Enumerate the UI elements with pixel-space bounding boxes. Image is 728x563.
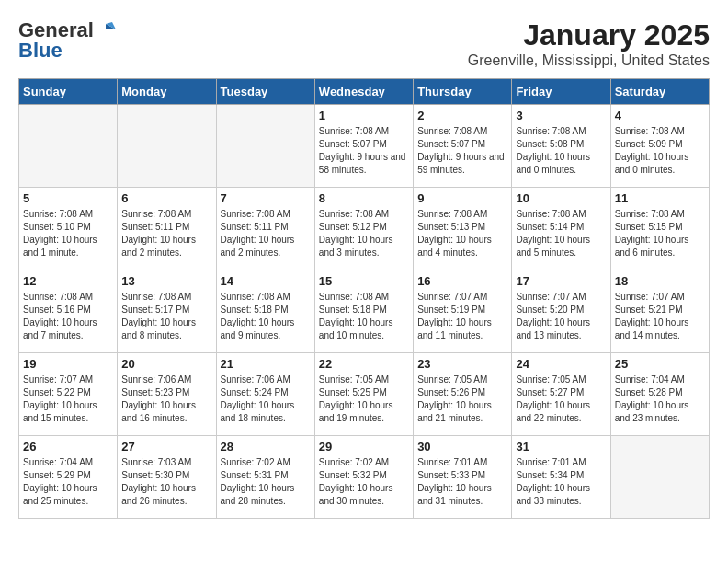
day-info: Sunrise: 7:08 AMSunset: 5:11 PMDaylight:… — [221, 208, 311, 259]
day-info: Sunrise: 7:08 AMSunset: 5:11 PMDaylight:… — [121, 208, 211, 259]
day-number: 23 — [417, 357, 507, 371]
day-number: 8 — [319, 191, 409, 205]
day-info: Sunrise: 7:08 AMSunset: 5:09 PMDaylight:… — [615, 125, 705, 177]
calendar-cell: 5Sunrise: 7:08 AMSunset: 5:10 PMDaylight… — [19, 188, 118, 270]
day-info: Sunrise: 7:05 AMSunset: 5:27 PMDaylight:… — [516, 373, 606, 425]
day-info: Sunrise: 7:01 AMSunset: 5:33 PMDaylight:… — [417, 456, 507, 508]
day-number: 28 — [221, 440, 311, 454]
col-wednesday: Wednesday — [314, 79, 413, 105]
day-number: 3 — [516, 109, 606, 122]
calendar-cell: 29Sunrise: 7:02 AMSunset: 5:32 PMDayligh… — [314, 436, 413, 519]
calendar-week-row: 26Sunrise: 7:04 AMSunset: 5:29 PMDayligh… — [19, 436, 710, 519]
calendar-cell — [216, 105, 314, 188]
day-info: Sunrise: 7:06 AMSunset: 5:23 PMDaylight:… — [121, 373, 211, 425]
day-info: Sunrise: 7:03 AMSunset: 5:30 PMDaylight:… — [121, 456, 211, 508]
day-info: Sunrise: 7:08 AMSunset: 5:10 PMDaylight:… — [23, 208, 113, 259]
day-info: Sunrise: 7:08 AMSunset: 5:18 PMDaylight:… — [319, 291, 409, 342]
day-info: Sunrise: 7:01 AMSunset: 5:34 PMDaylight:… — [516, 456, 606, 508]
calendar-cell: 16Sunrise: 7:07 AMSunset: 5:19 PMDayligh… — [414, 270, 512, 353]
calendar-cell: 27Sunrise: 7:03 AMSunset: 5:30 PMDayligh… — [118, 436, 216, 519]
day-number: 21 — [221, 357, 311, 371]
calendar-cell — [610, 436, 709, 519]
day-number: 25 — [615, 357, 705, 371]
calendar-cell: 31Sunrise: 7:01 AMSunset: 5:34 PMDayligh… — [512, 436, 610, 519]
day-number: 27 — [121, 440, 211, 454]
calendar-cell: 21Sunrise: 7:06 AMSunset: 5:24 PMDayligh… — [216, 353, 314, 436]
day-info: Sunrise: 7:07 AMSunset: 5:20 PMDaylight:… — [516, 291, 606, 342]
calendar-cell: 18Sunrise: 7:07 AMSunset: 5:21 PMDayligh… — [610, 270, 709, 353]
calendar-cell: 14Sunrise: 7:08 AMSunset: 5:18 PMDayligh… — [216, 270, 314, 353]
day-info: Sunrise: 7:06 AMSunset: 5:24 PMDaylight:… — [221, 373, 311, 425]
day-number: 15 — [319, 274, 409, 288]
calendar-week-row: 12Sunrise: 7:08 AMSunset: 5:16 PMDayligh… — [19, 270, 710, 353]
day-info: Sunrise: 7:08 AMSunset: 5:07 PMDaylight:… — [319, 125, 409, 177]
day-info: Sunrise: 7:08 AMSunset: 5:08 PMDaylight:… — [516, 125, 606, 177]
calendar-cell: 19Sunrise: 7:07 AMSunset: 5:22 PMDayligh… — [19, 353, 118, 436]
day-number: 5 — [23, 191, 113, 205]
day-number: 6 — [121, 191, 211, 205]
calendar-cell: 4Sunrise: 7:08 AMSunset: 5:09 PMDaylight… — [610, 105, 709, 188]
calendar-cell: 28Sunrise: 7:02 AMSunset: 5:31 PMDayligh… — [216, 436, 314, 519]
col-tuesday: Tuesday — [216, 79, 314, 105]
day-number: 4 — [615, 109, 705, 122]
day-info: Sunrise: 7:08 AMSunset: 5:12 PMDaylight:… — [319, 208, 409, 259]
day-number: 22 — [319, 357, 409, 371]
logo: General Blue — [18, 18, 116, 63]
calendar-cell: 25Sunrise: 7:04 AMSunset: 5:28 PMDayligh… — [610, 353, 709, 436]
calendar-cell: 10Sunrise: 7:08 AMSunset: 5:14 PMDayligh… — [512, 188, 610, 270]
day-number: 1 — [319, 109, 409, 122]
day-number: 9 — [417, 191, 507, 205]
day-info: Sunrise: 7:07 AMSunset: 5:19 PMDaylight:… — [417, 291, 507, 342]
calendar-cell: 6Sunrise: 7:08 AMSunset: 5:11 PMDaylight… — [118, 188, 216, 270]
days-of-week-row: Sunday Monday Tuesday Wednesday Thursday… — [19, 79, 710, 105]
day-number: 2 — [417, 109, 507, 122]
day-number: 20 — [121, 357, 211, 371]
day-info: Sunrise: 7:07 AMSunset: 5:22 PMDaylight:… — [23, 373, 113, 425]
day-number: 7 — [221, 191, 311, 205]
day-info: Sunrise: 7:08 AMSunset: 5:15 PMDaylight:… — [615, 208, 705, 259]
day-number: 12 — [23, 274, 113, 288]
day-info: Sunrise: 7:08 AMSunset: 5:16 PMDaylight:… — [23, 291, 113, 342]
day-number: 26 — [23, 440, 113, 454]
col-sunday: Sunday — [19, 79, 118, 105]
calendar-subtitle: Greenville, Mississippi, United States — [468, 52, 710, 69]
day-info: Sunrise: 7:04 AMSunset: 5:29 PMDaylight:… — [23, 456, 113, 508]
calendar-cell — [118, 105, 216, 188]
page-header: General Blue January 2025 Greenville, Mi… — [18, 18, 710, 69]
calendar-cell: 24Sunrise: 7:05 AMSunset: 5:27 PMDayligh… — [512, 353, 610, 436]
calendar-cell: 26Sunrise: 7:04 AMSunset: 5:29 PMDayligh… — [19, 436, 118, 519]
day-info: Sunrise: 7:08 AMSunset: 5:07 PMDaylight:… — [417, 125, 507, 177]
calendar-table: Sunday Monday Tuesday Wednesday Thursday… — [18, 78, 710, 519]
day-info: Sunrise: 7:08 AMSunset: 5:13 PMDaylight:… — [417, 208, 507, 259]
day-info: Sunrise: 7:08 AMSunset: 5:17 PMDaylight:… — [121, 291, 211, 342]
title-area: January 2025 Greenville, Mississippi, Un… — [468, 18, 710, 69]
calendar-cell: 15Sunrise: 7:08 AMSunset: 5:18 PMDayligh… — [314, 270, 413, 353]
calendar-cell: 1Sunrise: 7:08 AMSunset: 5:07 PMDaylight… — [314, 105, 413, 188]
calendar-week-row: 19Sunrise: 7:07 AMSunset: 5:22 PMDayligh… — [19, 353, 710, 436]
calendar-week-row: 1Sunrise: 7:08 AMSunset: 5:07 PMDaylight… — [19, 105, 710, 188]
col-thursday: Thursday — [414, 79, 512, 105]
calendar-cell: 9Sunrise: 7:08 AMSunset: 5:13 PMDaylight… — [414, 188, 512, 270]
day-number: 11 — [615, 191, 705, 205]
calendar-cell: 30Sunrise: 7:01 AMSunset: 5:33 PMDayligh… — [414, 436, 512, 519]
logo-bird-icon — [96, 20, 116, 40]
calendar-cell — [19, 105, 118, 188]
calendar-cell: 12Sunrise: 7:08 AMSunset: 5:16 PMDayligh… — [19, 270, 118, 353]
day-number: 17 — [516, 274, 606, 288]
day-info: Sunrise: 7:08 AMSunset: 5:18 PMDaylight:… — [221, 291, 311, 342]
day-number: 14 — [221, 274, 311, 288]
calendar-cell: 20Sunrise: 7:06 AMSunset: 5:23 PMDayligh… — [118, 353, 216, 436]
day-info: Sunrise: 7:05 AMSunset: 5:25 PMDaylight:… — [319, 373, 409, 425]
logo-blue-text: Blue — [18, 39, 63, 63]
day-number: 24 — [516, 357, 606, 371]
calendar-title: January 2025 — [468, 18, 710, 52]
day-number: 18 — [615, 274, 705, 288]
day-number: 29 — [319, 440, 409, 454]
day-number: 13 — [121, 274, 211, 288]
day-info: Sunrise: 7:08 AMSunset: 5:14 PMDaylight:… — [516, 208, 606, 259]
calendar-week-row: 5Sunrise: 7:08 AMSunset: 5:10 PMDaylight… — [19, 188, 710, 270]
day-info: Sunrise: 7:04 AMSunset: 5:28 PMDaylight:… — [615, 373, 705, 425]
calendar-cell: 17Sunrise: 7:07 AMSunset: 5:20 PMDayligh… — [512, 270, 610, 353]
calendar-cell: 7Sunrise: 7:08 AMSunset: 5:11 PMDaylight… — [216, 188, 314, 270]
day-info: Sunrise: 7:02 AMSunset: 5:31 PMDaylight:… — [221, 456, 311, 508]
